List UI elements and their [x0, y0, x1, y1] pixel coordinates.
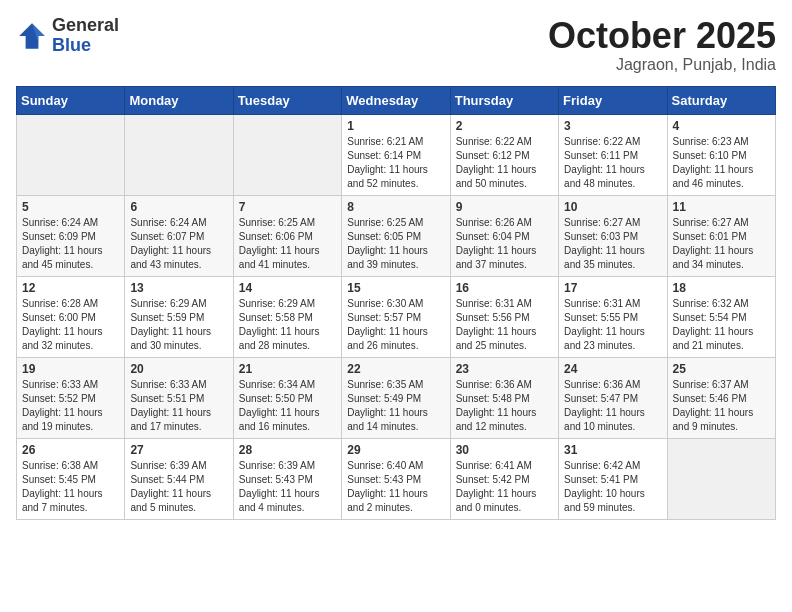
calendar-cell: [17, 114, 125, 195]
day-number: 21: [239, 362, 336, 376]
day-info: Sunrise: 6:39 AM Sunset: 5:44 PM Dayligh…: [130, 459, 227, 515]
calendar-cell: 2Sunrise: 6:22 AM Sunset: 6:12 PM Daylig…: [450, 114, 558, 195]
day-number: 20: [130, 362, 227, 376]
calendar-cell: 10Sunrise: 6:27 AM Sunset: 6:03 PM Dayli…: [559, 195, 667, 276]
calendar-cell: 22Sunrise: 6:35 AM Sunset: 5:49 PM Dayli…: [342, 357, 450, 438]
calendar-cell: 7Sunrise: 6:25 AM Sunset: 6:06 PM Daylig…: [233, 195, 341, 276]
day-number: 25: [673, 362, 770, 376]
calendar-cell: 1Sunrise: 6:21 AM Sunset: 6:14 PM Daylig…: [342, 114, 450, 195]
day-number: 1: [347, 119, 444, 133]
day-info: Sunrise: 6:39 AM Sunset: 5:43 PM Dayligh…: [239, 459, 336, 515]
calendar-cell: 21Sunrise: 6:34 AM Sunset: 5:50 PM Dayli…: [233, 357, 341, 438]
day-number: 13: [130, 281, 227, 295]
calendar-week-3: 12Sunrise: 6:28 AM Sunset: 6:00 PM Dayli…: [17, 276, 776, 357]
day-number: 29: [347, 443, 444, 457]
calendar-cell: 11Sunrise: 6:27 AM Sunset: 6:01 PM Dayli…: [667, 195, 775, 276]
calendar-week-1: 1Sunrise: 6:21 AM Sunset: 6:14 PM Daylig…: [17, 114, 776, 195]
day-number: 19: [22, 362, 119, 376]
day-number: 11: [673, 200, 770, 214]
calendar-cell: 16Sunrise: 6:31 AM Sunset: 5:56 PM Dayli…: [450, 276, 558, 357]
day-info: Sunrise: 6:29 AM Sunset: 5:59 PM Dayligh…: [130, 297, 227, 353]
day-number: 24: [564, 362, 661, 376]
calendar-cell: 31Sunrise: 6:42 AM Sunset: 5:41 PM Dayli…: [559, 438, 667, 519]
day-info: Sunrise: 6:26 AM Sunset: 6:04 PM Dayligh…: [456, 216, 553, 272]
day-info: Sunrise: 6:22 AM Sunset: 6:12 PM Dayligh…: [456, 135, 553, 191]
calendar-cell: 28Sunrise: 6:39 AM Sunset: 5:43 PM Dayli…: [233, 438, 341, 519]
calendar-cell: 20Sunrise: 6:33 AM Sunset: 5:51 PM Dayli…: [125, 357, 233, 438]
column-header-thursday: Thursday: [450, 86, 558, 114]
day-info: Sunrise: 6:25 AM Sunset: 6:05 PM Dayligh…: [347, 216, 444, 272]
day-info: Sunrise: 6:38 AM Sunset: 5:45 PM Dayligh…: [22, 459, 119, 515]
day-info: Sunrise: 6:32 AM Sunset: 5:54 PM Dayligh…: [673, 297, 770, 353]
day-info: Sunrise: 6:42 AM Sunset: 5:41 PM Dayligh…: [564, 459, 661, 515]
calendar-cell: 17Sunrise: 6:31 AM Sunset: 5:55 PM Dayli…: [559, 276, 667, 357]
day-number: 12: [22, 281, 119, 295]
column-header-wednesday: Wednesday: [342, 86, 450, 114]
day-info: Sunrise: 6:34 AM Sunset: 5:50 PM Dayligh…: [239, 378, 336, 434]
day-number: 28: [239, 443, 336, 457]
calendar-cell: [233, 114, 341, 195]
day-number: 4: [673, 119, 770, 133]
day-number: 9: [456, 200, 553, 214]
day-info: Sunrise: 6:25 AM Sunset: 6:06 PM Dayligh…: [239, 216, 336, 272]
calendar-cell: 30Sunrise: 6:41 AM Sunset: 5:42 PM Dayli…: [450, 438, 558, 519]
logo-text: General Blue: [52, 16, 119, 56]
day-number: 6: [130, 200, 227, 214]
day-number: 14: [239, 281, 336, 295]
calendar-week-5: 26Sunrise: 6:38 AM Sunset: 5:45 PM Dayli…: [17, 438, 776, 519]
calendar-cell: 24Sunrise: 6:36 AM Sunset: 5:47 PM Dayli…: [559, 357, 667, 438]
day-info: Sunrise: 6:27 AM Sunset: 6:03 PM Dayligh…: [564, 216, 661, 272]
day-info: Sunrise: 6:33 AM Sunset: 5:51 PM Dayligh…: [130, 378, 227, 434]
calendar-cell: 15Sunrise: 6:30 AM Sunset: 5:57 PM Dayli…: [342, 276, 450, 357]
day-number: 10: [564, 200, 661, 214]
calendar-cell: 23Sunrise: 6:36 AM Sunset: 5:48 PM Dayli…: [450, 357, 558, 438]
column-header-tuesday: Tuesday: [233, 86, 341, 114]
day-number: 3: [564, 119, 661, 133]
day-info: Sunrise: 6:29 AM Sunset: 5:58 PM Dayligh…: [239, 297, 336, 353]
day-number: 16: [456, 281, 553, 295]
day-info: Sunrise: 6:21 AM Sunset: 6:14 PM Dayligh…: [347, 135, 444, 191]
day-info: Sunrise: 6:37 AM Sunset: 5:46 PM Dayligh…: [673, 378, 770, 434]
day-number: 18: [673, 281, 770, 295]
calendar-cell: 12Sunrise: 6:28 AM Sunset: 6:00 PM Dayli…: [17, 276, 125, 357]
calendar-cell: 8Sunrise: 6:25 AM Sunset: 6:05 PM Daylig…: [342, 195, 450, 276]
calendar-cell: 25Sunrise: 6:37 AM Sunset: 5:46 PM Dayli…: [667, 357, 775, 438]
logo: General Blue: [16, 16, 119, 56]
calendar-week-4: 19Sunrise: 6:33 AM Sunset: 5:52 PM Dayli…: [17, 357, 776, 438]
day-info: Sunrise: 6:36 AM Sunset: 5:47 PM Dayligh…: [564, 378, 661, 434]
day-info: Sunrise: 6:22 AM Sunset: 6:11 PM Dayligh…: [564, 135, 661, 191]
calendar-cell: 6Sunrise: 6:24 AM Sunset: 6:07 PM Daylig…: [125, 195, 233, 276]
calendar-cell: [667, 438, 775, 519]
day-number: 17: [564, 281, 661, 295]
calendar-cell: 29Sunrise: 6:40 AM Sunset: 5:43 PM Dayli…: [342, 438, 450, 519]
day-info: Sunrise: 6:36 AM Sunset: 5:48 PM Dayligh…: [456, 378, 553, 434]
column-header-monday: Monday: [125, 86, 233, 114]
column-header-friday: Friday: [559, 86, 667, 114]
day-number: 5: [22, 200, 119, 214]
calendar-header-row: SundayMondayTuesdayWednesdayThursdayFrid…: [17, 86, 776, 114]
day-info: Sunrise: 6:30 AM Sunset: 5:57 PM Dayligh…: [347, 297, 444, 353]
calendar-table: SundayMondayTuesdayWednesdayThursdayFrid…: [16, 86, 776, 520]
day-info: Sunrise: 6:27 AM Sunset: 6:01 PM Dayligh…: [673, 216, 770, 272]
day-info: Sunrise: 6:35 AM Sunset: 5:49 PM Dayligh…: [347, 378, 444, 434]
calendar-cell: 3Sunrise: 6:22 AM Sunset: 6:11 PM Daylig…: [559, 114, 667, 195]
day-number: 8: [347, 200, 444, 214]
day-info: Sunrise: 6:24 AM Sunset: 6:07 PM Dayligh…: [130, 216, 227, 272]
logo-general: General: [52, 16, 119, 36]
page-header: General Blue October 2025 Jagraon, Punja…: [16, 16, 776, 74]
day-number: 7: [239, 200, 336, 214]
day-number: 26: [22, 443, 119, 457]
logo-blue: Blue: [52, 36, 119, 56]
calendar-cell: 19Sunrise: 6:33 AM Sunset: 5:52 PM Dayli…: [17, 357, 125, 438]
calendar-week-2: 5Sunrise: 6:24 AM Sunset: 6:09 PM Daylig…: [17, 195, 776, 276]
day-info: Sunrise: 6:33 AM Sunset: 5:52 PM Dayligh…: [22, 378, 119, 434]
day-info: Sunrise: 6:41 AM Sunset: 5:42 PM Dayligh…: [456, 459, 553, 515]
calendar-cell: 14Sunrise: 6:29 AM Sunset: 5:58 PM Dayli…: [233, 276, 341, 357]
day-info: Sunrise: 6:23 AM Sunset: 6:10 PM Dayligh…: [673, 135, 770, 191]
day-info: Sunrise: 6:28 AM Sunset: 6:00 PM Dayligh…: [22, 297, 119, 353]
calendar-cell: 13Sunrise: 6:29 AM Sunset: 5:59 PM Dayli…: [125, 276, 233, 357]
location-title: Jagraon, Punjab, India: [548, 56, 776, 74]
day-number: 15: [347, 281, 444, 295]
calendar-cell: 27Sunrise: 6:39 AM Sunset: 5:44 PM Dayli…: [125, 438, 233, 519]
day-info: Sunrise: 6:40 AM Sunset: 5:43 PM Dayligh…: [347, 459, 444, 515]
